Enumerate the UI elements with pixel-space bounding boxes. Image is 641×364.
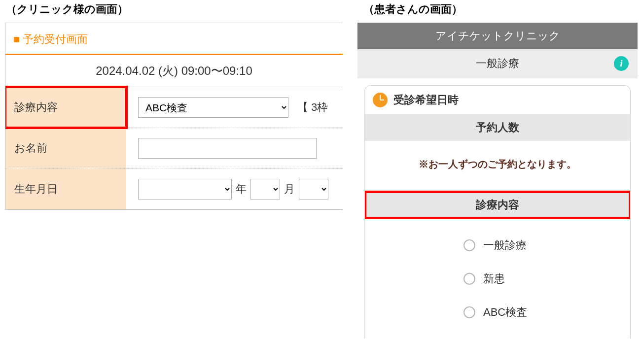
patient-subheader-bar: 一般診療 i (357, 49, 638, 78)
input-name[interactable] (138, 138, 317, 159)
patient-header: アイチケットクリニック (357, 23, 638, 49)
year-suffix: 年 (236, 182, 247, 197)
section-desired-datetime: 受診希望日時 (365, 86, 630, 114)
reservation-title-row: ■予約受付画面 (5, 23, 343, 55)
count-band: 予約人数 (365, 114, 630, 141)
select-day[interactable] (299, 179, 328, 199)
patient-inner-frame: 受診希望日時 予約人数 ※お一人ずつのご予約となります。 診療内容 一般診療 新… (364, 85, 631, 338)
slots-text: 【 3枠 (297, 100, 328, 115)
row-birth: 生年月日 年 月 (5, 169, 343, 209)
cell-birth: 年 月 (126, 169, 343, 209)
select-content[interactable]: ABC検査 (138, 97, 288, 118)
label-name: お名前 (5, 128, 126, 168)
note: ※お一人ずつのご予約となります。 (365, 141, 630, 192)
row-content: 診療内容 ABC検査 【 3枠 (5, 87, 343, 128)
patient-panel-title: （患者さんの画面） (357, 0, 638, 23)
radio-option[interactable]: 新患 (463, 271, 615, 286)
month-suffix: 月 (284, 182, 295, 197)
patient-panel: （患者さんの画面） アイチケットクリニック 一般診療 i 受診希望日時 予約人数… (357, 0, 638, 364)
radio-list: 一般診療 新患 ABC検査 (365, 218, 630, 320)
radio-label: 新患 (483, 271, 505, 286)
radio-label: ABC検査 (483, 305, 527, 320)
clinic-panel-title: （クリニック様の画面） (0, 0, 343, 23)
clinic-panel: （クリニック様の画面） ■予約受付画面 2024.04.02 (火) 09:00… (0, 0, 343, 364)
select-year[interactable] (138, 179, 232, 199)
radio-icon (463, 273, 475, 285)
info-icon[interactable]: i (614, 56, 629, 71)
patient-box: アイチケットクリニック 一般診療 i 受診希望日時 予約人数 ※お一人ずつのご予… (357, 23, 638, 338)
radio-label: 一般診療 (483, 238, 527, 253)
reservation-title: 予約受付画面 (23, 33, 88, 45)
radio-option[interactable]: ABC検査 (463, 305, 615, 320)
patient-subheader: 一般診療 (476, 56, 519, 71)
datetime-row: 2024.04.02 (火) 09:00〜09:10 (5, 55, 343, 87)
content-band: 診療内容 (365, 192, 630, 218)
label-content: 診療内容 (5, 87, 126, 128)
clinic-box: ■予約受付画面 2024.04.02 (火) 09:00〜09:10 診療内容 … (5, 23, 343, 210)
radio-icon (463, 239, 475, 251)
cell-name (126, 128, 343, 168)
label-birth: 生年月日 (5, 169, 126, 209)
section-desired-datetime-label: 受診希望日時 (393, 93, 459, 107)
radio-icon (463, 306, 475, 318)
select-month[interactable] (250, 179, 280, 199)
square-icon: ■ (13, 33, 20, 45)
clock-icon (373, 93, 388, 107)
row-name: お名前 (5, 128, 343, 169)
cell-content: ABC検査 【 3枠 (126, 87, 343, 128)
radio-option[interactable]: 一般診療 (463, 238, 615, 253)
